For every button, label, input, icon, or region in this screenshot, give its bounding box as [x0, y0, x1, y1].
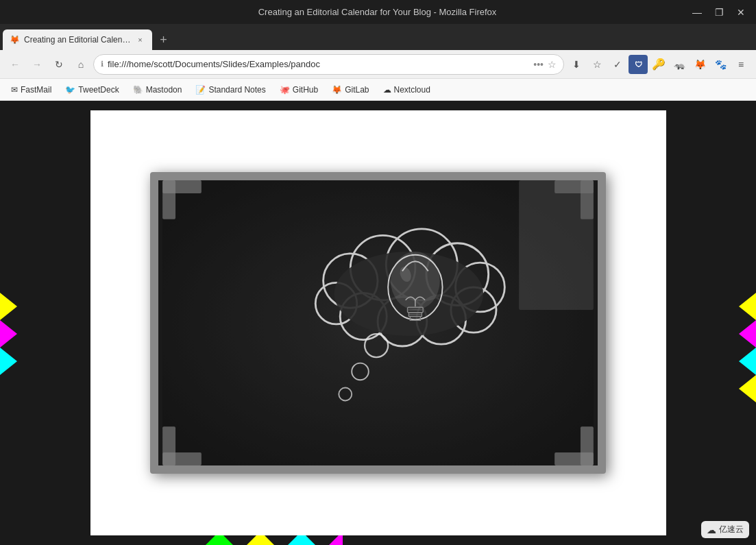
left-decoration	[0, 293, 17, 375]
svg-marker-3	[739, 293, 756, 320]
window-controls: — ❐ ✕	[687, 5, 751, 20]
svg-marker-2	[0, 348, 17, 375]
tab-favicon: 🦊	[10, 35, 20, 45]
minimize-button[interactable]: —	[687, 5, 707, 20]
svg-marker-1	[0, 320, 17, 348]
titlebar: Creating an Editorial Calendar for Your …	[0, 0, 756, 24]
mastodon-icon: 🐘	[133, 85, 143, 95]
extension-gnome[interactable]: 🐾	[711, 55, 730, 74]
slide-prev-button[interactable]: ❮	[97, 309, 125, 337]
tab-title: Creating an Editorial Calen…	[24, 35, 130, 45]
svg-marker-4	[739, 320, 756, 348]
bookmark-gitlab-label: GitLab	[345, 85, 369, 95]
svg-rect-20	[581, 426, 594, 465]
download-button[interactable]: ⬇	[567, 55, 586, 74]
reload-button[interactable]: ↻	[49, 55, 69, 74]
bookmark-tweetdeck-label: TweetDeck	[78, 85, 119, 95]
nav-right-buttons: ⬇ ☆ ✓ 🛡 🔑 🦡 🦊 🐾 ≡	[567, 55, 751, 74]
window-title: Creating an Editorial Calendar for Your …	[67, 7, 687, 17]
bookmark-tweetdeck[interactable]: 🐦 TweetDeck	[60, 83, 124, 97]
bookmark-mastodon[interactable]: 🐘 Mastodon	[127, 83, 188, 97]
bookmark-github[interactable]: 🐙 GitHub	[274, 83, 324, 97]
svg-marker-0	[0, 293, 17, 320]
watermark: ☁ 亿速云	[701, 521, 749, 538]
bookmark-github-label: GitHub	[293, 85, 318, 95]
bookmark-icon[interactable]: ☆	[548, 59, 557, 70]
forward-button[interactable]: →	[27, 55, 47, 74]
nextcloud-icon: ☁	[383, 85, 391, 95]
security-icon: ℹ	[101, 60, 103, 69]
bookmark-check-button[interactable]: ✓	[608, 55, 627, 74]
more-options-icon[interactable]: •••	[533, 59, 544, 70]
bookmark-standard-notes[interactable]: 📝 Standard Notes	[190, 83, 271, 97]
slide-image	[150, 172, 606, 474]
back-button[interactable]: ←	[5, 55, 25, 74]
svg-rect-14	[162, 180, 175, 219]
bookmarks-button[interactable]: ☆	[587, 55, 607, 74]
slide-container: ❮	[90, 110, 666, 535]
watermark-text: 亿速云	[719, 524, 744, 535]
slide-next-button[interactable]: ❯	[632, 309, 659, 337]
maximize-button[interactable]: ❐	[709, 5, 729, 20]
tab-bar: 🦊 Creating an Editorial Calen… × +	[0, 24, 756, 50]
extension-kee[interactable]: 🔑	[649, 55, 668, 74]
bookmark-fastmail-label: FastMail	[21, 85, 51, 95]
bookmark-standard-notes-label: Standard Notes	[208, 85, 265, 95]
chalkboard-svg	[158, 180, 598, 465]
tweetdeck-icon: 🐦	[65, 85, 75, 95]
bookmarks-bar: ✉ FastMail 🐦 TweetDeck 🐘 Mastodon 📝 Stan…	[0, 79, 756, 101]
extension-bitwarden[interactable]: 🛡	[629, 55, 648, 74]
extension-privacy-badger[interactable]: 🦡	[670, 55, 689, 74]
right-decoration	[739, 293, 756, 402]
home-button[interactable]: ⌂	[71, 55, 90, 74]
fastmail-icon: ✉	[11, 85, 18, 95]
svg-marker-6	[739, 375, 756, 402]
close-button[interactable]: ✕	[731, 5, 751, 20]
new-tab-button[interactable]: +	[154, 30, 173, 49]
watermark-icon: ☁	[707, 524, 716, 535]
bookmark-nextcloud-label: Nextcloud	[394, 85, 430, 95]
bookmark-nextcloud[interactable]: ☁ Nextcloud	[378, 83, 436, 97]
active-tab[interactable]: 🦊 Creating an Editorial Calen… ×	[3, 29, 152, 50]
bookmark-gitlab[interactable]: 🦊 GitLab	[326, 83, 374, 97]
gitlab-icon: 🦊	[332, 85, 342, 95]
address-bar-container: ℹ ••• ☆	[93, 54, 564, 75]
svg-marker-5	[739, 348, 756, 375]
menu-button[interactable]: ≡	[731, 55, 751, 74]
tab-close-button[interactable]: ×	[134, 34, 145, 45]
bookmark-fastmail[interactable]: ✉ FastMail	[5, 83, 57, 97]
extension-firefox-icon[interactable]: 🦊	[690, 55, 709, 74]
github-icon: 🐙	[280, 85, 290, 95]
address-input[interactable]	[108, 59, 529, 69]
svg-rect-44	[519, 180, 594, 310]
svg-rect-18	[162, 426, 175, 465]
navbar: ← → ↻ ⌂ ℹ ••• ☆ ⬇ ☆ ✓ 🛡 🔑 🦡 🦊 🐾 ≡	[0, 50, 756, 79]
content-area: ❮	[0, 101, 756, 545]
bookmark-mastodon-label: Mastodon	[146, 85, 182, 95]
standard-notes-icon: 📝	[195, 85, 206, 95]
